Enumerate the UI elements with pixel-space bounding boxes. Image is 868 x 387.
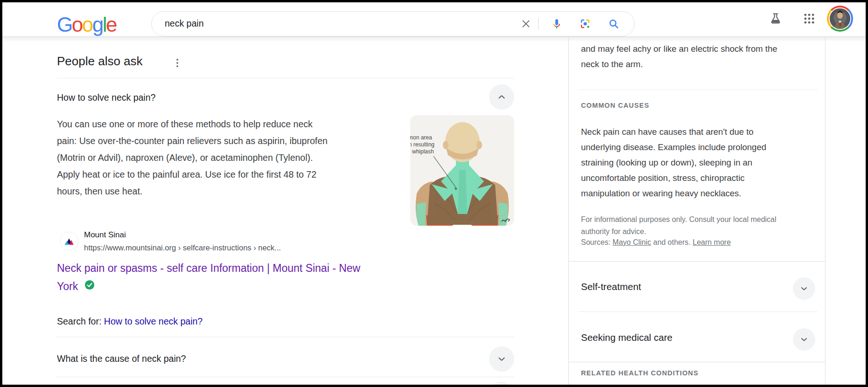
collapse-button[interactable]: [489, 84, 514, 110]
expand-button-partial[interactable]: [489, 382, 514, 387]
kp-symptoms-text: and may feel achy or like an electric sh…: [581, 41, 805, 72]
accordion-expand-button[interactable]: [793, 277, 815, 300]
result-title-link[interactable]: Neck pain or spasms - self care Informat…: [57, 259, 458, 296]
illus-caption-line1: mon area: [410, 134, 432, 141]
kp-learn-more-link[interactable]: Learn more: [693, 238, 731, 246]
search-icon[interactable]: [608, 18, 619, 29]
kp-common-causes-text: Neck pain can have causes that aren't du…: [581, 124, 810, 201]
google-apps-grid-icon[interactable]: [803, 12, 816, 25]
accordion-seeking-medical-care[interactable]: Seeking medical care: [581, 332, 672, 343]
kp-source-link-mayo-clinic[interactable]: Mayo Clinic: [613, 238, 651, 246]
kp-section-border: [568, 261, 826, 262]
paa-answer-text: You can use one or more of these methods…: [57, 116, 412, 200]
google-search-page: Google neck pain: [0, 0, 868, 387]
kp-divider: [579, 90, 818, 90]
kp-divider: [579, 311, 818, 312]
knowledge-panel-left-border: [568, 37, 569, 387]
source-url[interactable]: https://www.mountsinai.org › selfcare-in…: [84, 243, 281, 252]
illus-caption-line2: in resulting: [410, 141, 434, 148]
divider: [57, 377, 514, 377]
illus-caption-line3: whiplash: [412, 148, 434, 155]
profile-photo: [829, 7, 851, 30]
search-bar-divider: [538, 18, 539, 30]
expand-button[interactable]: [489, 346, 514, 372]
google-logo[interactable]: Google: [57, 13, 116, 36]
search-bar[interactable]: neck pain: [151, 11, 635, 36]
verified-check-icon: [84, 280, 95, 290]
kp-common-causes-heading: COMMON CAUSES: [581, 102, 649, 109]
profile-avatar[interactable]: [827, 6, 853, 32]
people-also-ask-title: People also ask: [57, 54, 143, 69]
chevron-up-icon: [497, 92, 507, 102]
kp-sources-mid: and others.: [651, 238, 693, 246]
accordion-expand-button[interactable]: [793, 328, 815, 351]
kp-sources-line: Sources: Mayo Clinic and others. Learn m…: [581, 238, 731, 247]
answer-thumbnail-image[interactable]: mon area in resulting whiplash: [410, 115, 514, 226]
search-for-label: Search for:: [57, 316, 104, 326]
accordion-self-treatment[interactable]: Self-treatment: [581, 281, 641, 292]
kp-related-conditions-heading: RELATED HEALTH CONDITIONS: [581, 369, 699, 377]
kp-section-border: [568, 362, 826, 362]
search-for-line: Search for: How to solve neck pain?: [57, 316, 203, 327]
source-favicon[interactable]: [60, 232, 78, 250]
more-options-icon[interactable]: [173, 58, 182, 68]
divider: [57, 78, 514, 78]
labs-flask-icon[interactable]: [769, 12, 782, 25]
kp-sources-label: Sources:: [581, 238, 613, 246]
chevron-down-icon: [799, 335, 809, 344]
google-lens-icon[interactable]: [580, 18, 591, 29]
chevron-down-icon: [497, 354, 507, 364]
source-site-name[interactable]: Mount Sinai: [84, 230, 126, 240]
chevron-down-icon: [799, 284, 809, 293]
paa-question-collapsed[interactable]: What is the cause of neck pain?: [57, 353, 186, 364]
search-for-link[interactable]: How to solve neck pain?: [104, 316, 203, 326]
divider: [57, 337, 514, 337]
microphone-icon[interactable]: [551, 18, 562, 29]
knowledge-panel-right-border: [825, 37, 826, 387]
paa-question-expanded[interactable]: How to solve neck pain?: [57, 92, 155, 103]
kp-disclaimer-text: For informational purposes only. Consult…: [581, 214, 810, 238]
clear-icon[interactable]: [520, 18, 532, 29]
search-input[interactable]: neck pain: [165, 18, 203, 29]
